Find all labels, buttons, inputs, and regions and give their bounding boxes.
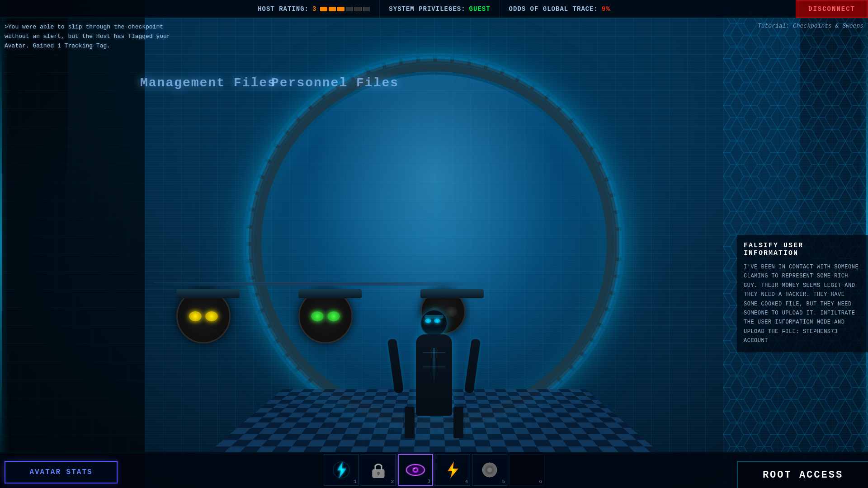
svg-marker-16 <box>337 461 346 479</box>
svg-point-25 <box>414 468 415 469</box>
tutorial-hint: Tutorial: Checkpoints & Sweeps <box>758 23 863 29</box>
slot-3-number: 3 <box>427 479 430 484</box>
slot-1-number: 1 <box>354 479 357 484</box>
host-rating-segment: HOST Rating: 3 <box>249 0 380 18</box>
system-privileges-value: GUEST <box>469 5 491 13</box>
data-node-2[interactable] <box>298 289 362 298</box>
slot-4-icon <box>441 460 464 480</box>
mission-title: FALSIFY USER INFORMATION <box>744 242 861 257</box>
avatar-head <box>420 310 448 337</box>
data-node-1[interactable] <box>176 289 240 298</box>
action-slot-6[interactable]: 6 <box>509 454 544 486</box>
system-privileges-segment: System Privileges: GUEST <box>380 0 500 18</box>
root-access-button[interactable]: ROOT ACCESS <box>737 461 868 488</box>
pip-3 <box>337 7 344 11</box>
pip-2 <box>329 7 336 11</box>
svg-marker-27 <box>448 461 458 479</box>
action-slot-1[interactable]: 1 <box>324 454 359 486</box>
game-viewport: Management Files Personnel Files <box>0 0 868 488</box>
odds-trace-value: 9% <box>602 5 610 13</box>
avatar-stats-button[interactable]: Avatar Stats <box>5 461 118 483</box>
scene-label-management: Management Files <box>140 76 276 90</box>
svg-rect-6 <box>0 0 145 488</box>
honeycomb-left <box>0 0 145 488</box>
scene-label-personnel: Personnel Files <box>271 76 399 90</box>
mission-body: I've been in contact with someone clamin… <box>744 263 861 346</box>
action-slots-container: 1 2 <box>324 454 544 486</box>
slot-3-icon <box>404 460 427 480</box>
avatar-eye-left <box>425 319 431 323</box>
rating-bar <box>320 7 370 11</box>
pip-4 <box>346 7 353 11</box>
slot-2-number: 2 <box>391 479 394 484</box>
right-panel: FALSIFY USER INFORMATION I've been in co… <box>737 235 868 352</box>
node-eye-green-1 <box>311 311 324 321</box>
action-slot-2[interactable]: 2 <box>361 454 396 486</box>
odds-trace-label: Odds of Global Trace: <box>509 5 598 13</box>
action-slot-5[interactable]: 5 <box>472 454 507 486</box>
slot-5-number: 5 <box>502 479 505 484</box>
avatar-body <box>416 334 452 416</box>
disconnect-button[interactable]: Disconnect <box>796 0 868 18</box>
avatar-eyes-container <box>425 319 443 323</box>
slot-6-icon <box>515 460 538 480</box>
svg-point-30 <box>487 468 492 472</box>
action-slot-3[interactable]: 3 <box>398 454 433 486</box>
system-privileges-label: System Privileges: <box>389 5 465 13</box>
pip-6 <box>363 7 370 11</box>
top-bar: HOST Rating: 3 System Privileges: GUEST … <box>0 0 868 18</box>
side-glow-left <box>0 0 2 488</box>
slot-1-icon <box>330 460 353 480</box>
node-eye-yellow-2 <box>205 311 218 321</box>
slot-2-icon <box>367 460 390 480</box>
host-rating-label: HOST Rating: <box>258 5 309 13</box>
node-eye-green-2 <box>327 311 340 321</box>
slot-6-number: 6 <box>539 479 542 484</box>
avatar <box>398 280 470 416</box>
pip-1 <box>320 7 327 11</box>
pip-5 <box>354 7 362 11</box>
slot-4-number: 4 <box>465 479 468 484</box>
odds-trace-segment: Odds of Global Trace: 9% <box>500 0 619 18</box>
action-slot-4[interactable]: 4 <box>435 454 470 486</box>
node-eye-yellow-1 <box>189 311 202 321</box>
avatar-eye-right <box>434 319 440 323</box>
log-text: >You were able to slip through the check… <box>5 23 176 51</box>
host-rating-value: 3 <box>312 5 316 13</box>
slot-5-icon <box>478 460 501 480</box>
svg-rect-20 <box>377 473 379 475</box>
